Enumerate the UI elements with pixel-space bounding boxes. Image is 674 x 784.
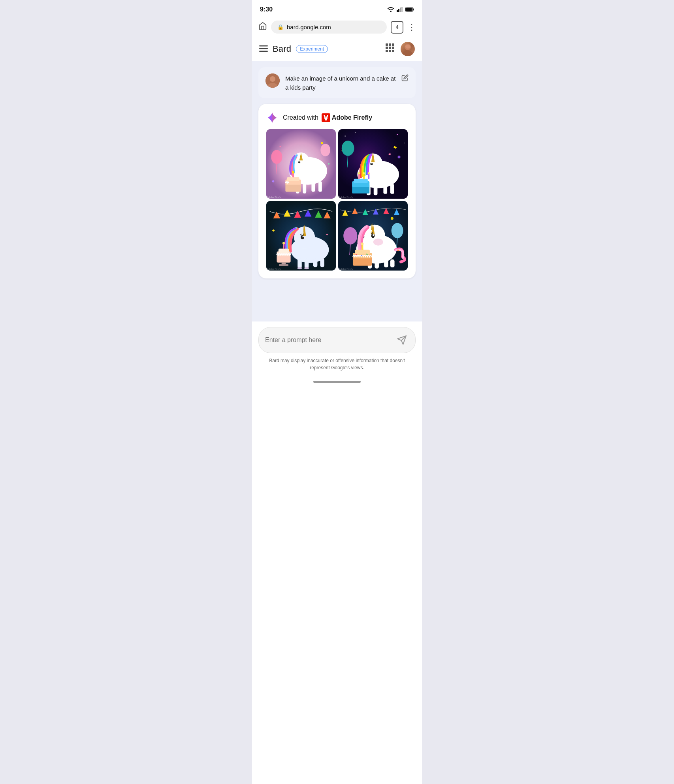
app-title: Bard (273, 44, 291, 54)
svg-rect-7 (413, 9, 414, 11)
svg-point-52 (345, 135, 346, 137)
user-avatar-inner (265, 73, 280, 88)
main-content: Make an image of a unicorn and a cake at… (252, 61, 422, 298)
svg-rect-12 (389, 43, 391, 46)
svg-rect-68 (374, 184, 378, 195)
svg-rect-38 (303, 181, 306, 194)
svg-rect-99 (305, 258, 309, 268)
status-time: 9:30 (260, 6, 273, 13)
svg-point-35 (298, 161, 300, 163)
svg-point-45 (292, 171, 294, 174)
svg-rect-98 (297, 258, 302, 268)
svg-rect-19 (392, 50, 394, 52)
svg-rect-74 (358, 174, 360, 179)
svg-rect-4 (401, 7, 403, 12)
svg-point-66 (371, 163, 372, 164)
svg-point-127 (373, 239, 383, 246)
user-message-text: Make an image of a unicorn and a cake at… (285, 73, 396, 92)
svg-point-102 (297, 267, 302, 269)
svg-rect-101 (320, 258, 324, 267)
svg-text:✦: ✦ (271, 228, 275, 233)
svg-rect-8 (259, 45, 268, 47)
svg-point-20 (402, 51, 413, 56)
home-button[interactable] (258, 22, 267, 32)
svg-rect-70 (390, 184, 394, 194)
svg-rect-26 (322, 113, 330, 122)
svg-text:Adobe Firefly: Adobe Firefly (267, 267, 282, 270)
svg-point-121 (343, 227, 357, 244)
image-cell-4[interactable]: Adobe Firefly (338, 201, 408, 271)
svg-rect-136 (384, 259, 388, 267)
svg-rect-135 (375, 259, 379, 269)
svg-rect-69 (383, 184, 387, 194)
url-bar[interactable]: 🔒 bard.google.com (271, 21, 387, 34)
svg-rect-43 (287, 177, 299, 181)
svg-point-55 (404, 143, 405, 143)
adobe-logo: Adobe Firefly (322, 113, 372, 122)
svg-rect-73 (354, 179, 368, 183)
send-button[interactable] (395, 333, 409, 347)
created-with-text: Created with (283, 114, 318, 121)
created-with-label: Created with Adobe Firefly (283, 113, 372, 122)
apps-button[interactable] (386, 43, 394, 55)
svg-rect-11 (386, 43, 388, 46)
app-header: Bard Experiment (252, 37, 422, 61)
svg-rect-106 (279, 249, 289, 253)
svg-rect-2 (398, 9, 399, 12)
svg-rect-137 (390, 259, 395, 267)
svg-rect-140 (355, 250, 370, 254)
svg-rect-39 (311, 181, 315, 192)
svg-point-30 (320, 144, 330, 156)
edit-button[interactable] (401, 73, 409, 83)
svg-text:Adobe Firefly: Adobe Firefly (339, 196, 354, 198)
lock-icon: 🔒 (277, 24, 284, 30)
svg-point-92 (301, 235, 304, 239)
prompt-input[interactable] (265, 337, 391, 344)
svg-rect-3 (400, 8, 401, 12)
image-cell-1[interactable]: Adobe Firefly (266, 129, 336, 199)
svg-rect-40 (318, 181, 322, 192)
svg-text:Adobe Firefly: Adobe Firefly (339, 267, 354, 270)
empty-space (252, 298, 422, 321)
image-cell-2[interactable]: Adobe Firefly (338, 129, 408, 199)
svg-point-77 (358, 172, 360, 174)
bottom-bar (252, 378, 422, 387)
svg-point-123 (392, 223, 403, 238)
disclaimer-text: Bard may display inaccurate or offensive… (258, 357, 416, 374)
svg-point-22 (405, 45, 410, 49)
header-left: Bard Experiment (259, 44, 328, 54)
svg-line-129 (371, 224, 372, 230)
svg-rect-6 (406, 8, 412, 11)
svg-point-54 (397, 134, 398, 135)
svg-point-110 (282, 242, 285, 244)
tabs-count: 4 (396, 24, 399, 30)
svg-rect-15 (389, 47, 391, 49)
svg-point-103 (304, 267, 309, 269)
tabs-button[interactable]: 4 (391, 21, 403, 34)
user-avatar[interactable] (401, 42, 415, 56)
svg-point-149 (403, 337, 405, 338)
image-cell-3[interactable]: ✦ ✦ Adobe Firefly (266, 201, 336, 271)
svg-rect-107 (282, 263, 286, 264)
svg-point-131 (373, 234, 374, 236)
svg-rect-9 (259, 48, 268, 49)
battery-icon (405, 7, 414, 12)
svg-rect-16 (392, 47, 394, 49)
browser-menu-button[interactable]: ⋮ (407, 22, 416, 32)
avatar-image (401, 42, 415, 56)
svg-point-79 (368, 172, 370, 174)
prompt-area: Bard may display inaccurate or offensive… (252, 321, 422, 378)
svg-line-96 (302, 234, 302, 235)
svg-point-61 (397, 156, 400, 158)
svg-text:Adobe Firefly: Adobe Firefly (267, 196, 282, 198)
svg-text:✦: ✦ (326, 233, 329, 237)
svg-rect-100 (313, 258, 318, 267)
svg-point-28 (271, 150, 282, 164)
svg-point-47 (279, 146, 281, 147)
response-header: Created with Adobe Firefly (266, 112, 408, 124)
prompt-input-wrapper (258, 327, 416, 353)
svg-rect-17 (386, 50, 388, 52)
menu-button[interactable] (259, 44, 268, 54)
experiment-badge: Experiment (296, 45, 328, 53)
user-message-avatar (265, 73, 280, 88)
